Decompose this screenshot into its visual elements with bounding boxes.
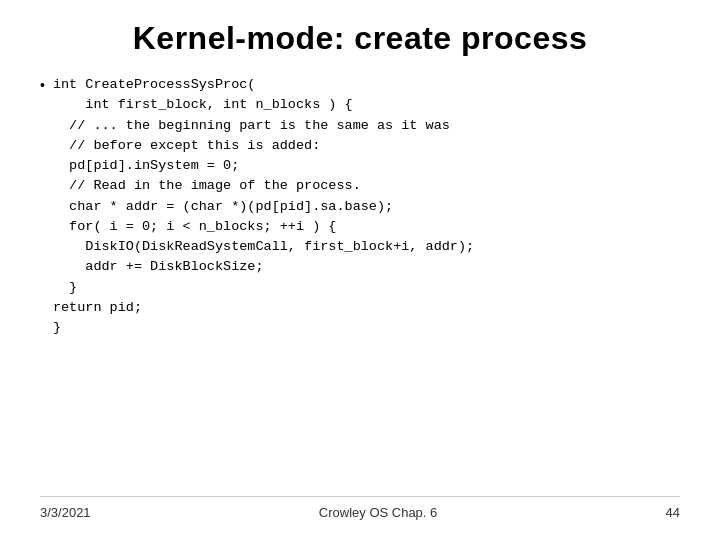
- slide-title: Kernel-mode: create process: [40, 20, 680, 57]
- footer: 3/3/2021 Crowley OS Chap. 6 44: [40, 496, 680, 520]
- footer-page: 44: [666, 505, 680, 520]
- bullet-dot: •: [40, 77, 45, 93]
- footer-date: 3/3/2021: [40, 505, 91, 520]
- slide-content: • int CreateProcessSysProc( int first_bl…: [40, 75, 680, 496]
- bullet-item: • int CreateProcessSysProc( int first_bl…: [40, 75, 680, 338]
- code-block: int CreateProcessSysProc( int first_bloc…: [53, 75, 474, 338]
- slide: Kernel-mode: create process • int Create…: [0, 0, 720, 540]
- footer-center: Crowley OS Chap. 6: [319, 505, 438, 520]
